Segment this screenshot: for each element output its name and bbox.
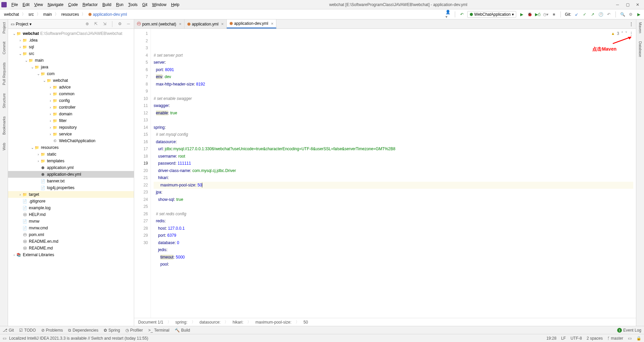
stop-button[interactable]: ■ [551,12,556,17]
right-tool-maven[interactable]: Maven [638,22,642,33]
tree-item-static[interactable]: ›📁static [8,151,134,158]
editor-crumb[interactable]: spring: [175,320,187,325]
more-icon[interactable]: ⋮ [629,30,633,38]
gear-icon[interactable]: ⚙ [117,21,122,26]
git-update-icon[interactable]: ↙ [574,12,579,17]
inspection-widget[interactable]: ▲ 3 ˄ ˅ ⋮ [611,30,633,38]
run-button[interactable]: ▶ [519,12,524,17]
menu-code[interactable]: Code [66,2,80,8]
menu-help[interactable]: Help [169,2,181,8]
code-editor[interactable]: ▲ 3 ˄ ˅ ⋮ # set server portserver: port:… [151,29,636,318]
tool-window-git[interactable]: ⎇Git [3,328,14,333]
menu-tools[interactable]: Tools [126,2,140,8]
tree-item-main[interactable]: ⌄📁main [8,57,134,64]
tool-window-problems[interactable]: ⊘Problems [41,328,63,333]
run-anything-icon[interactable]: ▶ [636,12,641,17]
right-tool-database[interactable]: Database [638,41,642,57]
git-branch[interactable]: ᚶ master [607,336,623,341]
collapse-icon[interactable]: ⇲ [102,21,107,26]
tree-item-webchatapplication[interactable]: ©WebChatApplication [8,137,134,144]
tree-item-common[interactable]: ›📁common [8,91,134,97]
left-tool-project[interactable]: Project [2,22,6,34]
close-tab-icon[interactable]: × [179,21,181,26]
tree-item-example-log[interactable]: 📄example.log [8,205,134,211]
menu-edit[interactable]: Edit [20,2,32,8]
tree-item-service[interactable]: ›📁service [8,131,134,137]
back-arrow-icon[interactable]: ↶ [459,12,465,17]
tool-window-spring[interactable]: ✿Spring [104,328,120,333]
indent-setting[interactable]: 2 spaces [587,336,603,341]
file-encoding[interactable]: UTF-8 [571,336,582,341]
tree-item-sql[interactable]: ›📁sql [8,44,134,50]
close-button[interactable]: ✕ [635,2,640,7]
user-icon[interactable]: 👤▾ [445,12,451,17]
tree-item-resources[interactable]: ⌄📁resources [8,144,134,151]
tree-item-target[interactable]: ›📁target [8,191,134,198]
maximize-button[interactable]: ▢ [625,2,630,7]
tabs-menu-icon[interactable]: ⋮ [627,19,636,28]
menu-refactor[interactable]: Refactor [80,2,100,8]
breadcrumb-item[interactable]: resources [60,11,80,17]
lock-icon[interactable]: 🔒 [636,336,641,341]
tree-item-log4j-properties[interactable]: 📄log4j.properties [8,184,134,191]
line-separator[interactable]: LF [561,336,566,341]
git-rollback-icon[interactable]: ↶ [606,12,611,17]
tree-item--idea[interactable]: ›📁.idea [8,37,134,44]
tree-item-advice[interactable]: ›📁advice [8,84,134,91]
tree-item-domain[interactable]: ›📁domain [8,111,134,117]
expand-icon[interactable]: ⇱ [93,21,99,26]
breadcrumb-item[interactable]: ⬢ application-dev.yml [87,11,128,17]
close-tab-icon[interactable]: × [271,21,274,26]
tree-item-com[interactable]: ⌄📁com [8,70,134,77]
search-icon[interactable]: 🔍 [620,12,625,17]
tool-window-dependencies[interactable]: ⧉Dependencies [68,328,98,333]
tree-item-readme-en-md[interactable]: ⓂREADME.en.md [8,238,134,245]
next-highlight-icon[interactable]: ˅ [625,30,627,38]
git-history-icon[interactable]: 🕐 [598,12,603,17]
left-tool-commit[interactable]: Commit [2,42,6,54]
left-tool-pull-requests[interactable]: Pull Requests [2,62,6,85]
event-log-button[interactable]: 1Event Log [617,328,641,333]
editor-crumb[interactable]: Document 1/1 [138,320,163,325]
tree-item-readme-md[interactable]: ⓂREADME.md [8,245,134,251]
memory-indicator[interactable]: ▭ [628,336,632,341]
left-tool-structure[interactable]: Structure [2,93,6,108]
locate-icon[interactable]: ⊕ [85,21,90,26]
menu-git[interactable]: Git [140,2,149,8]
tree-item-src[interactable]: ⌄📁src [8,50,134,57]
breadcrumb-item[interactable]: webchat [3,11,20,17]
editor-crumb[interactable]: 50 [304,320,308,325]
menu-file[interactable]: File [9,2,20,8]
menu-navigate[interactable]: Navigate [46,2,65,8]
menu-build[interactable]: Build [100,2,113,8]
tree-item-mvnw-cmd[interactable]: 📄mvnw.cmd [8,225,134,231]
profile-button[interactable]: ◷▾ [543,12,548,17]
tree-item-filter[interactable]: ›📁filter [8,117,134,124]
tool-window-terminal[interactable]: >_Terminal [148,328,169,333]
tree-item-controller[interactable]: ›📁controller [8,104,134,111]
tree-item-webchat[interactable]: ⌄📁webchat [8,77,134,84]
project-tree[interactable]: ⌄📁webchat E:\SoftwareProgramClass\JAVAWE… [8,29,134,326]
settings-icon[interactable]: ⚙ [628,12,633,17]
minimize-button[interactable]: ─ [615,2,620,7]
tree-item-java[interactable]: ⌄📁java [8,64,134,70]
left-tool-web[interactable]: Web [2,143,6,150]
editor-crumb[interactable]: hikari: [232,320,243,325]
tree-item-external-libraries[interactable]: ›📚External Libraries [8,251,134,258]
tree-item-templates[interactable]: ›📁templates [8,158,134,164]
editor-tab-pom-xml-webchat-[interactable]: ⓜpom.xml (webchat)× [134,19,184,28]
editor-crumb[interactable]: maximum-pool-size: [255,320,291,325]
coverage-button[interactable]: ▶⎙ [535,12,540,17]
tree-item--gitignore[interactable]: 📄.gitignore [8,198,134,205]
tree-item-mvnw[interactable]: 📄mvnw [8,218,134,225]
git-push-icon[interactable]: ↗ [590,12,595,17]
tool-window-todo[interactable]: ☑TODO [19,328,36,333]
cursor-position[interactable]: 19:28 [546,336,556,341]
tree-item-help-md[interactable]: ⓂHELP.md [8,211,134,218]
menu-view[interactable]: View [32,2,45,8]
close-tab-icon[interactable]: × [221,21,224,26]
tree-item-banner-txt[interactable]: 📄banner.txt [8,178,134,184]
tree-item-application-yml[interactable]: ⬢application.yml [8,164,134,171]
tool-window-profiler[interactable]: ◷Profiler [125,328,143,333]
tool-window-build[interactable]: 🔨Build [175,328,190,333]
